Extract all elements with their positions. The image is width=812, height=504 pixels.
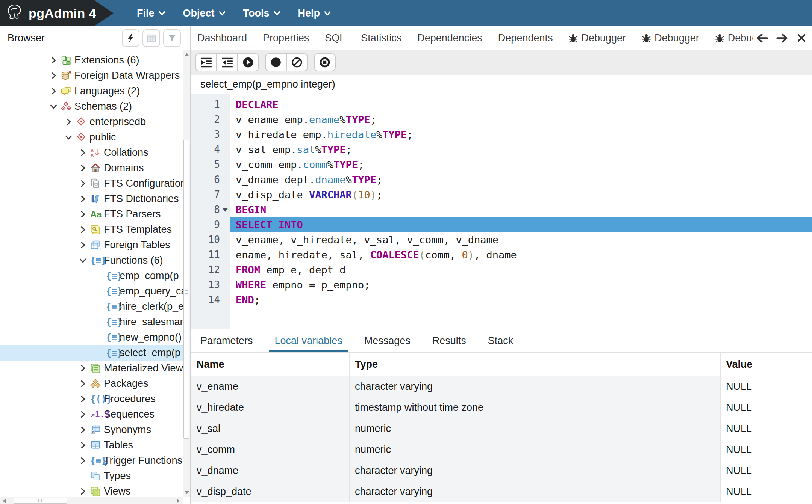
- tree-expand-toggle[interactable]: [50, 87, 61, 95]
- chevron-right-icon[interactable]: [79, 195, 87, 203]
- tree-expand-toggle[interactable]: [50, 103, 61, 110]
- line-number[interactable]: 8: [191, 204, 230, 215]
- tree-item-packages[interactable]: Packages: [0, 376, 183, 391]
- line-number[interactable]: 14: [191, 294, 230, 305]
- tree-item-enterprisedb[interactable]: enterprisedb: [0, 114, 183, 130]
- chevron-right-icon[interactable]: [79, 395, 87, 403]
- chevron-right-icon[interactable]: [79, 426, 87, 434]
- tree-item-foreign-data-wrappers-2[interactable]: Foreign Data Wrappers (2): [0, 68, 183, 83]
- tree-item-procedures[interactable]: {()}Procedures: [0, 391, 183, 407]
- code-text[interactable]: v_sal emp.sal%TYPE;: [230, 142, 812, 157]
- chevron-right-icon[interactable]: [79, 380, 87, 388]
- tab-statistics[interactable]: Statistics: [361, 32, 401, 44]
- line-number[interactable]: 5: [191, 159, 230, 170]
- tree-item-tables[interactable]: Tables: [0, 438, 183, 453]
- code-line-2[interactable]: 2v_ename emp.ename%TYPE;: [191, 112, 812, 127]
- code-text[interactable]: END;: [230, 292, 812, 307]
- tree-expand-toggle[interactable]: [65, 133, 76, 141]
- code-line-12[interactable]: 12FROM emp e, dept d: [191, 262, 812, 277]
- tab-close-button[interactable]: [796, 33, 807, 43]
- step-over-button[interactable]: [216, 53, 238, 71]
- bottom-tab-stack[interactable]: Stack: [488, 335, 514, 352]
- code-line-9[interactable]: 9SELECT INTO: [191, 217, 812, 232]
- tree-expand-toggle[interactable]: [79, 226, 90, 234]
- tree-item-synonyms[interactable]: Synonyms: [0, 422, 183, 438]
- clear-breakpoints-button[interactable]: [286, 53, 308, 71]
- code-text[interactable]: v_comm emp.comm%TYPE;: [230, 157, 812, 172]
- tree-expand-toggle[interactable]: [79, 487, 90, 495]
- tree-item-sequences[interactable]: ↗1.3Sequences: [0, 407, 183, 422]
- chevron-right-icon[interactable]: [50, 56, 58, 64]
- code-line-13[interactable]: 13WHERE empno = p_empno;: [191, 277, 812, 292]
- tree-item-languages-2[interactable]: Languages (2): [0, 83, 183, 99]
- tree-expand-toggle[interactable]: [79, 195, 90, 203]
- tab-sql[interactable]: SQL: [325, 32, 345, 44]
- chevron-right-icon[interactable]: [79, 149, 87, 157]
- code-line-10[interactable]: 10v_ename, v_hiredate, v_sal, v_comm, v_…: [191, 232, 812, 247]
- line-number[interactable]: 9: [191, 219, 230, 230]
- tree-expand-toggle[interactable]: [79, 164, 90, 172]
- tree-item-collations[interactable]: ABCollations: [0, 145, 183, 160]
- variable-value[interactable]: NULL: [721, 376, 812, 397]
- chevron-right-icon[interactable]: [50, 87, 58, 95]
- continue-button[interactable]: [237, 53, 259, 71]
- chevron-right-icon[interactable]: [79, 457, 87, 465]
- chevron-right-icon[interactable]: [79, 164, 87, 172]
- tree-expand-toggle[interactable]: [79, 210, 90, 218]
- fold-marker-icon[interactable]: [222, 208, 228, 212]
- code-line-8[interactable]: 8BEGIN: [191, 202, 812, 217]
- tab-debugger-2[interactable]: Debugger: [642, 32, 699, 44]
- code-line-14[interactable]: 14END;: [191, 292, 812, 307]
- chevron-right-icon[interactable]: [79, 487, 87, 495]
- variable-value[interactable]: NULL: [721, 418, 812, 439]
- tree-expand-toggle[interactable]: [79, 364, 90, 372]
- tree-vertical-scrollbar-thumb[interactable]: [183, 140, 189, 439]
- view-data-button[interactable]: [142, 29, 160, 47]
- chevron-right-icon[interactable]: [79, 226, 87, 234]
- line-number[interactable]: 7: [191, 189, 230, 200]
- line-number[interactable]: 4: [191, 144, 230, 155]
- menu-tools[interactable]: Tools: [243, 8, 281, 19]
- tree-expand-toggle[interactable]: [79, 180, 90, 187]
- tab-debugger-1[interactable]: Debugger: [568, 32, 626, 44]
- object-menu-button[interactable]: [122, 29, 139, 47]
- chevron-down-icon[interactable]: [65, 133, 73, 141]
- tree-item-materialized-views[interactable]: Materialized Views: [0, 361, 183, 376]
- tree-item-types[interactable]: Types: [0, 468, 183, 484]
- tree-expand-toggle[interactable]: [50, 56, 61, 64]
- tree-item-select-emp-p-e[interactable]: {≡}select_emp(p_e: [0, 345, 183, 361]
- chevron-down-icon[interactable]: [50, 103, 58, 110]
- code-text[interactable]: v_hiredate emp.hiredate%TYPE;: [230, 127, 812, 142]
- code-text[interactable]: v_dname dept.dname%TYPE;: [230, 172, 812, 187]
- stop-button[interactable]: [314, 53, 336, 71]
- tree-horizontal-scrollbar[interactable]: [0, 497, 183, 504]
- line-number[interactable]: 12: [191, 264, 230, 275]
- tree-expand-toggle[interactable]: [79, 395, 90, 403]
- tree-expand-toggle[interactable]: [79, 441, 90, 449]
- variable-value[interactable]: NULL: [721, 481, 812, 502]
- line-number[interactable]: 13: [191, 279, 230, 290]
- filter-button[interactable]: [163, 29, 181, 47]
- bottom-tab-local-variables[interactable]: Local variables: [275, 335, 342, 352]
- tree-expand-toggle[interactable]: [79, 257, 90, 264]
- line-number[interactable]: 10: [191, 234, 230, 245]
- tab-properties[interactable]: Properties: [263, 32, 309, 44]
- tree-expand-toggle[interactable]: [65, 118, 76, 126]
- bottom-tab-messages[interactable]: Messages: [364, 335, 411, 352]
- tab-dashboard[interactable]: Dashboard: [197, 32, 247, 44]
- line-number[interactable]: 2: [191, 114, 230, 125]
- bottom-tab-results[interactable]: Results: [432, 335, 466, 352]
- scroll-up-arrow-icon[interactable]: [185, 53, 189, 56]
- tree-vertical-scrollbar[interactable]: [183, 50, 190, 497]
- line-number[interactable]: 11: [191, 249, 230, 260]
- code-line-4[interactable]: 4v_sal emp.sal%TYPE;: [191, 142, 812, 157]
- chevron-down-icon[interactable]: [79, 257, 87, 264]
- tree-item-public[interactable]: public: [0, 130, 183, 145]
- tree-item-functions-6[interactable]: {≡}Functions (6): [0, 253, 183, 268]
- tab-back-button[interactable]: [756, 32, 768, 44]
- bottom-tab-parameters[interactable]: Parameters: [200, 335, 253, 352]
- tree-item-views[interactable]: Views: [0, 484, 183, 497]
- tree-expand-toggle[interactable]: [79, 241, 90, 249]
- tree-item-hire-salesman[interactable]: {≡}hire_salesman(: [0, 314, 183, 330]
- chevron-right-icon[interactable]: [79, 180, 87, 187]
